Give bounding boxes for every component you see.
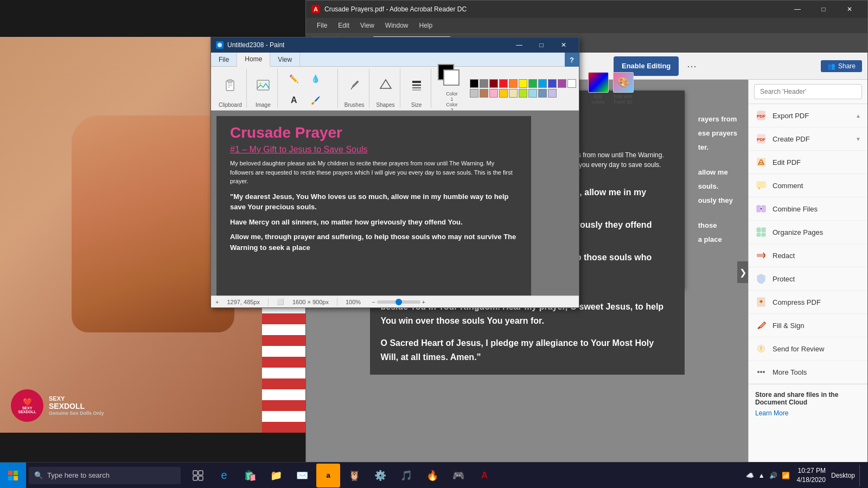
organize-pages-icon xyxy=(755,226,767,238)
paint-zoom-in-btn[interactable]: + xyxy=(422,299,425,305)
swatch-purple[interactable] xyxy=(558,79,566,88)
swatch-pink[interactable] xyxy=(489,89,498,98)
text-icon[interactable]: A xyxy=(284,91,304,110)
menu-view[interactable]: View xyxy=(355,20,380,31)
mail-icon[interactable]: ✉️ xyxy=(290,464,314,487)
swatch-black[interactable] xyxy=(470,79,478,88)
panel-combine-files[interactable]: Combine Files xyxy=(749,197,867,221)
swatch-lightgray[interactable] xyxy=(470,89,478,98)
panel-comment[interactable]: Comment xyxy=(749,174,867,197)
tripadvisor-icon[interactable]: 🦉 xyxy=(342,464,366,487)
app1-icon[interactable]: ⚙️ xyxy=(368,464,392,487)
taskbar-search-area[interactable]: 🔍 Type here to search xyxy=(29,467,181,484)
taskbar-volume-icon[interactable]: 🔊 xyxy=(769,472,777,479)
swatch-cream[interactable] xyxy=(509,89,518,98)
paint-minimize-btn[interactable]: — xyxy=(508,37,530,53)
panel-redact[interactable]: Redact xyxy=(749,244,867,267)
swatch-skyblue[interactable] xyxy=(528,89,537,98)
swatch-gold[interactable] xyxy=(499,89,508,98)
app3-icon[interactable]: 🔥 xyxy=(420,464,444,487)
edge-icon[interactable]: e xyxy=(212,464,236,487)
paint-close-btn[interactable]: ✕ xyxy=(553,37,575,53)
swatch-lime[interactable] xyxy=(519,89,527,98)
menu-file[interactable]: File xyxy=(311,20,333,31)
panel-compress-pdf[interactable]: Compress PDF xyxy=(749,291,867,314)
start-button[interactable] xyxy=(0,463,26,489)
paint3d-label: Edit withPaint 3D xyxy=(614,94,633,105)
acrobat-close-btn[interactable]: ✕ xyxy=(837,1,862,18)
paint-zoom-slider[interactable] xyxy=(377,300,420,304)
panel-edit-pdf[interactable]: Edit PDF xyxy=(749,151,867,174)
export-pdf-expand[interactable]: ▲ xyxy=(856,113,861,119)
swatch-white[interactable] xyxy=(567,79,576,88)
panel-more-tools[interactable]: More Tools xyxy=(749,361,867,384)
paint-view-tab[interactable]: View xyxy=(270,53,300,66)
paint-zoom-thumb[interactable] xyxy=(395,299,402,305)
paint3d-icon[interactable]: 🎨 xyxy=(613,72,634,93)
paint-zoom-value: 100% xyxy=(346,299,361,305)
swatch-green[interactable] xyxy=(528,79,537,88)
panel-organize-pages[interactable]: Organize Pages xyxy=(749,221,867,244)
brushes-icon[interactable] xyxy=(344,75,364,95)
swatch-yellow[interactable] xyxy=(519,79,527,88)
learn-more-link[interactable]: Learn More xyxy=(755,409,788,417)
swatch-brown[interactable] xyxy=(480,89,488,98)
app4-icon[interactable]: 🎮 xyxy=(446,464,470,487)
paint-canvas-container[interactable]: Crusade Prayer #1 – My Gift to Jesus to … xyxy=(211,111,579,296)
menu-edit[interactable]: Edit xyxy=(333,20,355,31)
acrobat-taskbar-icon[interactable]: A xyxy=(473,464,496,487)
menu-help[interactable]: Help xyxy=(414,20,438,31)
pdf-next-page-arrow[interactable]: ❯ xyxy=(737,261,748,283)
swatch-steelblue[interactable] xyxy=(538,89,547,98)
paint-canvas[interactable]: Crusade Prayer #1 – My Gift to Jesus to … xyxy=(216,116,531,296)
size-icon[interactable] xyxy=(407,75,426,95)
swatch-gray[interactable] xyxy=(480,79,488,88)
fill-icon[interactable]: 💧 xyxy=(306,69,326,88)
paint-file-tab[interactable]: File xyxy=(211,53,237,66)
menu-window[interactable]: Window xyxy=(380,20,414,31)
paint-home-tab[interactable]: Home xyxy=(237,53,270,67)
panel-protect[interactable]: Protect xyxy=(749,267,867,291)
taskbar-desktop-label[interactable]: Desktop xyxy=(831,472,855,479)
share-button[interactable]: 👥 Share xyxy=(821,60,862,72)
amazon-icon[interactable]: a xyxy=(316,464,340,487)
taskbar-network-icon[interactable]: 📶 xyxy=(782,472,790,479)
redact-icon xyxy=(755,249,767,261)
pencil-icon[interactable]: ✏️ xyxy=(284,69,304,88)
paint-help-icon[interactable]: ? xyxy=(565,53,579,67)
panel-create-pdf[interactable]: PDF Create PDF ▼ xyxy=(749,127,867,151)
taskview-btn[interactable] xyxy=(186,464,210,487)
acrobat-maximize-btn[interactable]: □ xyxy=(811,1,836,18)
paint-maximize-btn[interactable]: □ xyxy=(531,37,552,53)
image-icon[interactable] xyxy=(253,75,273,95)
header-search-input[interactable] xyxy=(754,84,862,99)
app2-icon[interactable]: 🎵 xyxy=(394,464,418,487)
edit-colors-icon[interactable] xyxy=(588,72,609,93)
color-2-swatch[interactable] xyxy=(443,69,459,86)
store-icon[interactable]: 🛍️ xyxy=(238,464,262,487)
swatch-blue[interactable] xyxy=(538,79,547,88)
folder-icon[interactable]: 📁 xyxy=(264,464,288,487)
partial-text-4: allow me xyxy=(698,165,737,179)
acrobat-minimize-btn[interactable]: — xyxy=(785,1,810,18)
svg-rect-45 xyxy=(193,476,197,480)
create-pdf-expand[interactable]: ▼ xyxy=(856,136,861,142)
paint-canvas-scroll[interactable]: Crusade Prayer #1 – My Gift to Jesus to … xyxy=(211,111,579,296)
panel-export-pdf[interactable]: PDF Export PDF ▲ xyxy=(749,104,867,127)
show-desktop-btn[interactable] xyxy=(859,465,863,486)
taskbar-clock[interactable]: 10:27 PM 4/18/2020 xyxy=(797,466,826,485)
eraser-icon[interactable]: 🖌️ xyxy=(306,91,326,110)
swatch-red[interactable] xyxy=(499,79,508,88)
swatch-darkblue[interactable] xyxy=(548,79,557,88)
swatch-lavender[interactable] xyxy=(548,89,557,98)
panel-send-review[interactable]: ! Send for Review xyxy=(749,337,867,361)
clipboard-icon[interactable] xyxy=(220,75,240,95)
svg-rect-39 xyxy=(8,471,12,475)
swatch-darkred[interactable] xyxy=(489,79,498,88)
tools-group: ✏️ 💧 A 🖌️ 🔍 Tools xyxy=(280,69,338,108)
shapes-icon[interactable] xyxy=(376,75,395,95)
more-options-icon[interactable]: ⋯ xyxy=(687,60,697,72)
swatch-orange[interactable] xyxy=(509,79,518,88)
panel-fill-sign[interactable]: Fill & Sign xyxy=(749,314,867,337)
paint-zoom-out-btn[interactable]: − xyxy=(372,299,375,305)
